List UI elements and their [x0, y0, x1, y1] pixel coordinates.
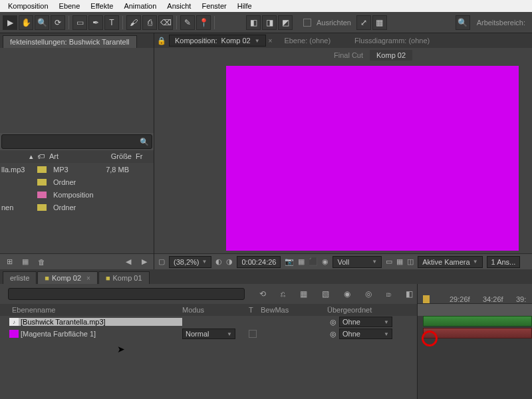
- axis-local[interactable]: ◧: [246, 15, 261, 30]
- snapshot-icon[interactable]: 📷: [285, 257, 294, 266]
- zoom-dropdown[interactable]: (38,2%)▼: [169, 256, 211, 268]
- menu-view[interactable]: Ansicht: [162, 2, 196, 10]
- camera-dropdown[interactable]: Aktive Kamera▼: [418, 256, 482, 268]
- menu-animation[interactable]: Animation: [118, 2, 162, 10]
- show-snap-icon[interactable]: ▦: [298, 257, 305, 266]
- transparency-icon[interactable]: ▦: [396, 257, 403, 266]
- col-type[interactable]: Art: [49, 152, 102, 161]
- project-preview: [0, 48, 154, 133]
- mode-dropdown[interactable]: Normal▼: [182, 329, 235, 339]
- close-icon[interactable]: ×: [86, 275, 90, 282]
- frameblend-icon[interactable]: ▧: [322, 289, 329, 299]
- pickwhip-icon[interactable]: ◎: [327, 330, 339, 338]
- flowchart-label[interactable]: Flussdiagramm: (ohne): [342, 37, 442, 45]
- pickwhip-icon[interactable]: ◎: [327, 318, 339, 327]
- comp-shy-icon[interactable]: ⎌: [281, 289, 285, 299]
- project-item[interactable]: Ordner: [0, 176, 154, 188]
- hand-tool[interactable]: ✋: [19, 15, 33, 30]
- eraser-tool[interactable]: ⌫: [158, 15, 173, 30]
- snap-icon[interactable]: ⤢: [356, 15, 371, 30]
- layer-row[interactable]: [Magenta Farbfläche 1] Normal▼ ◎ Ohne▼: [0, 328, 417, 340]
- timeline-search[interactable]: [8, 288, 245, 300]
- parent-dropdown[interactable]: Ohne▼: [339, 329, 392, 339]
- tag-icon[interactable]: 🏷: [37, 152, 49, 161]
- col-size[interactable]: Größe: [102, 152, 136, 161]
- grid-icon[interactable]: ▦: [372, 15, 387, 30]
- interpret-icon[interactable]: ⊞: [4, 257, 15, 267]
- comp-title-dropdown[interactable]: Komposition: Komp 02 ▼: [169, 35, 266, 47]
- shy-icon[interactable]: ⟲: [259, 289, 266, 299]
- pin-tool[interactable]: 📍: [196, 15, 211, 30]
- 3d-icon[interactable]: ◫: [407, 257, 414, 266]
- axis-view[interactable]: ◩: [278, 15, 293, 30]
- col-mask[interactable]: BewMas: [261, 306, 327, 314]
- audio-track-bar[interactable]: [423, 316, 532, 327]
- brush-tool[interactable]: 🖌: [126, 15, 141, 30]
- tab-komp02[interactable]: ■ Komp 02 ×: [37, 271, 98, 284]
- tab-renderlist[interactable]: erliste: [3, 271, 37, 284]
- views-dropdown[interactable]: 1 Ans...: [487, 256, 521, 268]
- search-icon[interactable]: 🔍: [456, 15, 470, 30]
- project-item[interactable]: lla.mp3 MP3 7,8 MB: [0, 163, 154, 176]
- col-fr[interactable]: Fr: [136, 152, 149, 161]
- rotate-tool[interactable]: ⟳: [51, 15, 65, 30]
- col-mode[interactable]: Modus: [182, 306, 249, 314]
- channel-icon[interactable]: ⬛: [309, 257, 318, 266]
- brainstorm-icon[interactable]: ◎: [365, 289, 372, 299]
- project-search[interactable]: 🔍: [1, 134, 152, 149]
- pen-tool[interactable]: ✒: [88, 15, 103, 30]
- col-parent[interactable]: Übergeordnet: [327, 306, 399, 314]
- selection-tool[interactable]: ▶: [3, 15, 17, 30]
- cursor-icon: ➤: [117, 344, 125, 354]
- menu-effects[interactable]: Effekte: [85, 2, 118, 10]
- tab-komp01[interactable]: ■ Komp 01: [98, 271, 150, 284]
- zoom-tool[interactable]: 🔍: [35, 15, 49, 30]
- layer-row[interactable]: ♪ [Bushwick Tarantella.mp3] ◎ Ohne▼: [0, 316, 417, 328]
- lock-icon[interactable]: 🔒: [154, 37, 169, 45]
- playhead[interactable]: [423, 295, 430, 303]
- always-preview-icon[interactable]: ▢: [158, 257, 165, 266]
- text-tool[interactable]: T: [104, 15, 119, 30]
- project-item[interactable]: nen Ordner: [0, 201, 154, 213]
- time-display[interactable]: 0:00:24:26: [237, 256, 281, 268]
- bits-icon[interactable]: ▦: [20, 257, 31, 267]
- roto-tool[interactable]: ✎: [180, 15, 195, 30]
- rect-tool[interactable]: ▭: [72, 15, 87, 30]
- res-quarter-icon[interactable]: ◑: [226, 257, 233, 266]
- graph-icon[interactable]: ⎄: [386, 289, 391, 299]
- axis-world[interactable]: ◨: [262, 15, 277, 30]
- menu-help[interactable]: Hilfe: [232, 2, 257, 10]
- quality-dropdown[interactable]: Voll▼: [332, 256, 382, 268]
- motionblur-icon[interactable]: ◉: [344, 289, 350, 299]
- region-icon[interactable]: ▭: [386, 257, 392, 266]
- project-item[interactable]: Komposition: [0, 188, 154, 201]
- subtab-finalcut[interactable]: Final Cut: [327, 50, 370, 61]
- audio-icon: ♪: [9, 318, 19, 326]
- clone-tool[interactable]: ⎙: [142, 15, 157, 30]
- menu-layer[interactable]: Ebene: [54, 2, 86, 10]
- solid-swatch: [9, 330, 19, 338]
- expand-icon[interactable]: ◧: [406, 289, 413, 299]
- track-matte-check[interactable]: [249, 330, 257, 338]
- work-area[interactable]: [418, 304, 532, 316]
- time-ruler[interactable]: 29:26f 34:26f 39:: [418, 284, 532, 304]
- col-t[interactable]: T: [249, 306, 261, 314]
- parent-dropdown[interactable]: Ohne▼: [339, 317, 392, 327]
- trash-icon[interactable]: 🗑: [36, 257, 47, 267]
- menu-comp[interactable]: Komposition: [3, 2, 54, 10]
- col-layername[interactable]: Ebenenname: [9, 306, 182, 314]
- annotation-circle: [422, 331, 438, 346]
- effects-settings-tab[interactable]: fekteinstellungen: Bushwick Tarantell: [3, 35, 137, 48]
- menu-window[interactable]: Fenster: [196, 2, 231, 10]
- align-checkbox[interactable]: [303, 19, 311, 27]
- mask-icon[interactable]: ◉: [322, 257, 329, 266]
- composition-viewport[interactable]: [154, 63, 532, 253]
- solid-track-bar[interactable]: [423, 328, 532, 338]
- scroll-left-icon[interactable]: ◀: [123, 257, 134, 267]
- subtab-active[interactable]: Komp 02: [370, 50, 412, 61]
- scroll-right-icon[interactable]: ▶: [139, 257, 150, 267]
- draft3d-icon[interactable]: ▦: [300, 289, 307, 299]
- res-half-icon[interactable]: ◐: [215, 257, 222, 266]
- sort-triangle-icon[interactable]: ▴: [1, 152, 37, 161]
- layer-mode-label[interactable]: Ebene: (ohne): [272, 37, 342, 45]
